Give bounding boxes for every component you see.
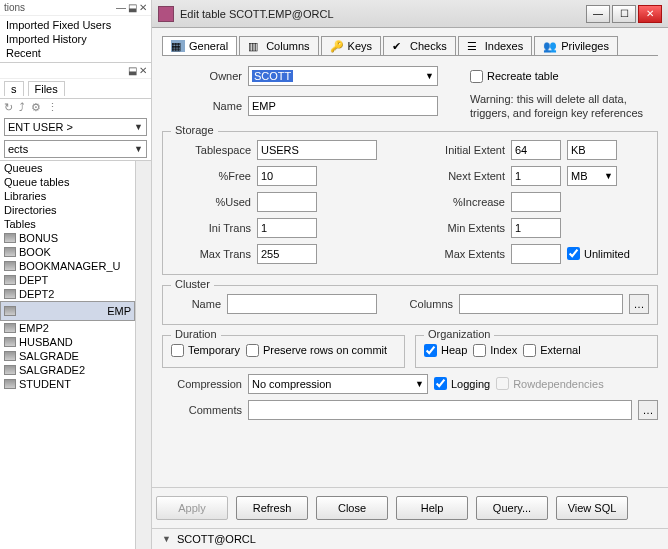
panel-header-1: tions — ⬓ ✕ (0, 0, 151, 16)
table-icon (4, 379, 16, 389)
logging-checkbox[interactable]: Logging (434, 377, 490, 390)
tree-table-item[interactable]: BOOKMANAGER_U (0, 259, 135, 273)
cluster-name-field (227, 294, 377, 314)
close-panel-icon[interactable]: ✕ (139, 2, 147, 13)
tree-table-item[interactable]: HUSBAND (0, 335, 135, 349)
tree-table-label: SALGRADE (19, 350, 79, 362)
cluster-columns-browse[interactable]: … (629, 294, 649, 314)
tab-keys[interactable]: 🔑Keys (321, 36, 381, 55)
tree-table-label: BOOKMANAGER_U (19, 260, 120, 272)
import-item[interactable]: Recent (4, 46, 147, 60)
table-icon (4, 365, 16, 375)
chevron-down-icon: ▼ (604, 171, 613, 181)
scrollbar[interactable] (135, 161, 151, 549)
initrans-input[interactable] (257, 218, 317, 238)
help-button[interactable]: Help (396, 496, 468, 520)
privileges-icon: 👥 (543, 40, 557, 52)
storage-fieldset: Storage Tablespace %Free %Used Ini Trans… (162, 131, 658, 275)
chevron-down-icon: ▼ (425, 71, 434, 81)
tool-icon[interactable]: ↻ (4, 101, 13, 114)
tree-table-label: EMP2 (19, 322, 49, 334)
status-expand-icon[interactable]: ▼ (162, 534, 171, 544)
import-item[interactable]: Imported History (4, 32, 147, 46)
table-icon (4, 289, 16, 299)
cluster-columns-field (459, 294, 623, 314)
tool-icon[interactable]: ⤴ (19, 101, 25, 114)
table-icon (4, 247, 16, 257)
tab-columns[interactable]: ▥Columns (239, 36, 318, 55)
collapse-icon[interactable]: — (116, 2, 126, 13)
recreate-checkbox[interactable]: Recreate table (470, 70, 559, 83)
table-icon (4, 351, 16, 361)
objects-combo[interactable]: ects ▼ (4, 140, 147, 158)
preserve-checkbox[interactable]: Preserve rows on commit (246, 344, 387, 357)
tree-table-item[interactable]: SALGRADE2 (0, 363, 135, 377)
heap-checkbox[interactable]: Heap (424, 344, 467, 357)
next-extent-unit-select[interactable]: MB▼ (567, 166, 617, 186)
apply-button: Apply (156, 496, 228, 520)
unlimited-checkbox[interactable]: Unlimited (567, 247, 630, 260)
tree-category[interactable]: Queues (0, 161, 135, 175)
tree-table-label: SALGRADE2 (19, 364, 85, 376)
maximize-button[interactable]: ☐ (612, 5, 636, 23)
tree-table-item[interactable]: DEPT2 (0, 287, 135, 301)
owner-select[interactable]: SCOTT▼ (248, 66, 438, 86)
import-item[interactable]: Imported Fixed Users (4, 18, 147, 32)
minimize-button[interactable]: — (586, 5, 610, 23)
storage-legend: Storage (171, 124, 218, 136)
chevron-down-icon: ▼ (134, 144, 143, 154)
tree-table-item[interactable]: SALGRADE (0, 349, 135, 363)
external-checkbox[interactable]: External (523, 344, 580, 357)
close-panel-icon[interactable]: ✕ (139, 65, 147, 76)
tree-table-item[interactable]: STUDENT (0, 377, 135, 391)
user-combo[interactable]: ENT USER > ▼ (4, 118, 147, 136)
pctincrease-input[interactable] (511, 192, 561, 212)
general-icon: ▦ (171, 40, 185, 52)
warning-text: Warning: this will delete all data, trig… (470, 92, 658, 121)
tool-icon[interactable]: ⋮ (47, 101, 58, 114)
refresh-button[interactable]: Refresh (236, 496, 308, 520)
tree-category[interactable]: Libraries (0, 189, 135, 203)
tab-privileges[interactable]: 👥Privileges (534, 36, 618, 55)
index-checkbox[interactable]: Index (473, 344, 517, 357)
temporary-checkbox[interactable]: Temporary (171, 344, 240, 357)
tree-category[interactable]: Directories (0, 203, 135, 217)
pctused-input[interactable] (257, 192, 317, 212)
columns-icon: ▥ (248, 40, 262, 52)
tree-table-item[interactable]: DEPT (0, 273, 135, 287)
viewsql-button[interactable]: View SQL (556, 496, 628, 520)
tab-indexes[interactable]: ☰Indexes (458, 36, 533, 55)
comments-input[interactable] (248, 400, 632, 420)
pctincrease-label: %Increase (415, 196, 505, 208)
name-input[interactable] (248, 96, 438, 116)
compression-select[interactable]: No compression▼ (248, 374, 428, 394)
tab-checks[interactable]: ✔Checks (383, 36, 456, 55)
tree-table-item[interactable]: BONUS (0, 231, 135, 245)
object-tree[interactable]: QueuesQueue tablesLibrariesDirectoriesTa… (0, 161, 135, 549)
tree-table-item[interactable]: BOOK (0, 245, 135, 259)
maxtrans-input[interactable] (257, 244, 317, 264)
pctfree-input[interactable] (257, 166, 317, 186)
close-dialog-button[interactable]: Close (316, 496, 388, 520)
small-toolbar: ↻ ⤴ ⚙ ⋮ (0, 99, 151, 116)
pin-icon[interactable]: ⬓ (128, 65, 137, 76)
tree-table-item[interactable]: EMP (0, 301, 135, 321)
chevron-down-icon: ▼ (415, 379, 424, 389)
tab-first[interactable]: s (4, 81, 24, 96)
tool-icon[interactable]: ⚙ (31, 101, 41, 114)
window-title: Edit table SCOTT.EMP@ORCL (180, 8, 580, 20)
query-button[interactable]: Query... (476, 496, 548, 520)
tab-files[interactable]: Files (28, 81, 65, 96)
tree-category[interactable]: Tables (0, 217, 135, 231)
close-button[interactable]: ✕ (638, 5, 662, 23)
indexes-icon: ☰ (467, 40, 481, 52)
panel-header-2: ⬓ ✕ (0, 63, 151, 79)
comments-browse[interactable]: … (638, 400, 658, 420)
left-panel: tions — ⬓ ✕ Imported Fixed Users Importe… (0, 0, 152, 549)
tab-general[interactable]: ▦General (162, 36, 237, 55)
pin-icon[interactable]: ⬓ (128, 2, 137, 13)
tree-category[interactable]: Queue tables (0, 175, 135, 189)
max-extents-input[interactable] (511, 244, 561, 264)
tree-table-item[interactable]: EMP2 (0, 321, 135, 335)
min-extents-field (511, 218, 561, 238)
